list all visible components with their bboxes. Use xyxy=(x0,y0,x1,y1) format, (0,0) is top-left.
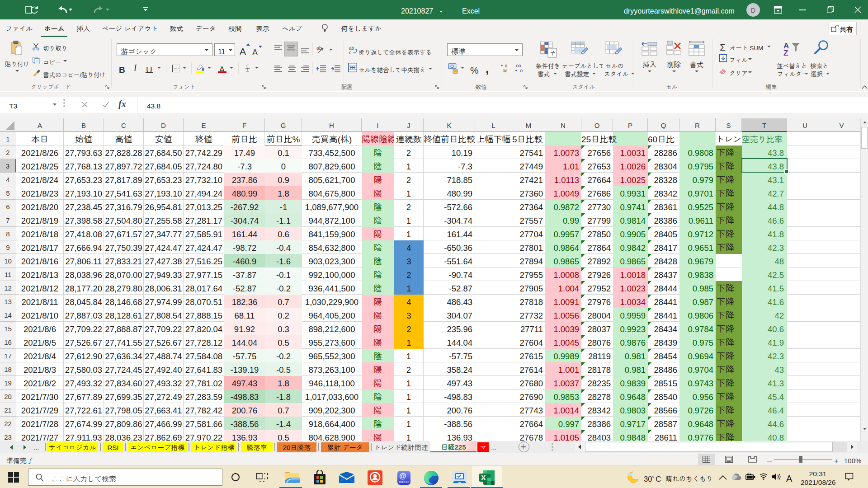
svg-text:c: c xyxy=(349,49,351,55)
svg-text:.0: .0 xyxy=(519,67,523,73)
svg-text:≠: ≠ xyxy=(550,48,556,57)
svg-text:.00: .00 xyxy=(501,67,507,73)
svg-text:menu: menu xyxy=(399,479,409,484)
svg-text:ア: ア xyxy=(245,63,249,68)
